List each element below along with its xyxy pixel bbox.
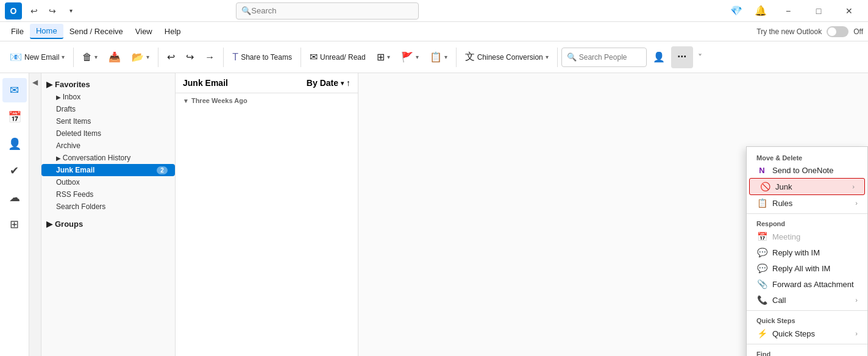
search-people-box[interactable]: 🔍 — [561, 48, 647, 67]
menu-view[interactable]: View — [129, 24, 158, 38]
move-icon: 📂 — [132, 51, 144, 63]
chinese-conversion-dropdown-icon[interactable]: ▾ — [546, 54, 549, 60]
calendar-nav-button[interactable]: 📅 — [2, 105, 27, 129]
rp-meeting-icon: 📅 — [756, 232, 767, 241]
sort-direction-icon[interactable]: ↑ — [346, 78, 350, 88]
date-group-three-weeks[interactable]: ▼ Three Weeks Ago — [176, 93, 358, 106]
toolbar-divider-6 — [557, 48, 558, 67]
undo-toolbar-button[interactable]: ↩ — [162, 45, 180, 69]
search-people-icon: 🔍 — [567, 52, 577, 62]
categorize-icon: ⊞ — [377, 51, 385, 63]
close-button[interactable]: ✕ — [835, 0, 863, 22]
minimize-button[interactable]: − — [774, 0, 802, 22]
redo-button[interactable]: ↪ — [45, 4, 60, 18]
onedrive-nav-button[interactable]: ☁ — [2, 185, 27, 210]
tasks-nav-button[interactable]: ✔ — [2, 158, 27, 183]
forward-toolbar-button[interactable]: → — [200, 45, 219, 69]
rp-meeting[interactable]: 📅 Meeting — [747, 229, 867, 244]
search-people-input[interactable] — [579, 53, 640, 62]
folder-item-conversation-history[interactable]: ▶ Conversation History — [41, 152, 175, 164]
date-group-toggle[interactable]: ▼ — [183, 98, 189, 104]
rp-find-header: Find — [747, 347, 867, 356]
move-button[interactable]: 📂 ▾ — [127, 45, 154, 69]
rp-rules[interactable]: 📋 Rules › — [747, 195, 867, 211]
rules-icon: 📋 — [430, 51, 442, 63]
share-teams-button[interactable]: T Share to Teams — [227, 45, 297, 69]
rp-reply-im[interactable]: 💬 Reply with IM — [747, 244, 867, 260]
sort-label[interactable]: By Date — [307, 78, 338, 88]
menu-help[interactable]: Help — [158, 24, 187, 38]
menu-file[interactable]: File — [5, 24, 30, 38]
rp-junk-label: Junk — [775, 182, 792, 191]
folder-item-inbox[interactable]: ▶ Inbox — [41, 91, 175, 103]
rp-forward-attachment-icon: 📎 — [756, 279, 767, 289]
sort-dropdown-icon[interactable]: ▾ — [341, 80, 344, 87]
rp-reply-all-im[interactable]: 💬 Reply All with IM — [747, 260, 867, 276]
delete-icon: 🗑 — [82, 52, 92, 63]
mail-nav-button[interactable]: ✉ — [2, 78, 27, 102]
categorize-dropdown-icon[interactable]: ▾ — [387, 54, 390, 60]
favorites-header[interactable]: ▶ Favorites — [41, 78, 175, 91]
unread-read-icon: ✉ — [310, 51, 318, 63]
rp-call-icon: 📞 — [756, 295, 767, 305]
rp-quick-steps-header: Quick Steps — [747, 313, 867, 326]
maximize-button[interactable]: □ — [805, 0, 833, 22]
groups-header[interactable]: ▶ Groups — [41, 218, 175, 230]
move-dropdown-icon[interactable]: ▾ — [146, 54, 149, 60]
categorize-button[interactable]: ⊞ ▾ — [372, 45, 395, 69]
flag-dropdown-icon[interactable]: ▾ — [416, 54, 419, 60]
new-email-dropdown-icon[interactable]: ▾ — [62, 54, 65, 60]
chinese-conversion-label: Chinese Conversion — [477, 53, 543, 62]
new-email-icon: 📧 — [10, 51, 22, 63]
toolbar: 📧 New Email ▾ 🗑 ▾ 📥 📂 ▾ ↩ ↪ → T Share to… — [0, 41, 868, 73]
quick-access-button[interactable]: ▾ — [63, 4, 78, 18]
folder-item-archive[interactable]: Archive — [41, 140, 175, 152]
rp-forward-attachment[interactable]: 📎 Forward as Attachment — [747, 276, 867, 292]
rp-quick-steps[interactable]: ⚡ Quick Steps › — [747, 326, 867, 341]
sidebar-toggle[interactable]: ◀ — [29, 73, 41, 356]
redo-toolbar-button[interactable]: ↪ — [181, 45, 199, 69]
apps-nav-button[interactable]: ⊞ — [2, 212, 27, 237]
rp-junk[interactable]: 🚫 Junk › — [749, 178, 865, 195]
folder-item-sent[interactable]: Sent Items — [41, 115, 175, 127]
rules-button[interactable]: 📋 ▾ — [425, 45, 452, 69]
rules-dropdown-icon[interactable]: ▾ — [444, 54, 447, 60]
gem-button[interactable]: 💎 — [725, 0, 747, 22]
folder-item-outbox[interactable]: Outbox — [41, 176, 175, 188]
contact-card-button[interactable]: 👤 — [648, 45, 670, 69]
rp-send-onenote[interactable]: N Send to OneNote — [747, 163, 867, 178]
folder-item-search-folders[interactable]: Search Folders — [41, 201, 175, 213]
menu-home[interactable]: Home — [30, 24, 63, 39]
delete-dropdown-icon[interactable]: ▾ — [94, 54, 98, 60]
new-email-button[interactable]: 📧 New Email ▾ — [5, 45, 69, 69]
right-dropdown-panel: Move & Delete N Send to OneNote 🚫 Junk ›… — [746, 146, 868, 356]
title-search-box[interactable]: 🔍 — [236, 2, 419, 20]
folder-item-deleted[interactable]: Deleted Items — [41, 127, 175, 140]
folder-item-drafts[interactable]: Drafts — [41, 103, 175, 115]
rp-call[interactable]: 📞 Call › — [747, 292, 867, 308]
undo-button[interactable]: ↩ — [27, 4, 41, 18]
folder-item-junk-email[interactable]: Junk Email 2 — [41, 164, 175, 176]
rp-reply-im-label: Reply with IM — [772, 248, 820, 257]
unread-read-button[interactable]: ✉ Unread/ Read — [305, 45, 371, 69]
rp-separator-3 — [747, 344, 867, 344]
title-search-input[interactable] — [251, 6, 413, 15]
flag-button[interactable]: 🚩 ▾ — [396, 45, 424, 69]
rp-quick-steps-chevron: › — [855, 330, 858, 337]
archive-button[interactable]: 📥 — [104, 45, 126, 69]
toolbar-expand-button[interactable]: ˅ — [694, 46, 706, 68]
flag-icon: 🚩 — [401, 51, 413, 63]
chinese-conversion-button[interactable]: 文 Chinese Conversion ▾ — [460, 45, 553, 69]
new-outlook-toggle[interactable] — [827, 26, 848, 37]
rp-rules-chevron: › — [855, 199, 858, 207]
bell-button[interactable]: 🔔 — [750, 0, 772, 22]
menu-send-receive[interactable]: Send / Receive — [63, 24, 129, 38]
folder-item-rss[interactable]: RSS Feeds — [41, 188, 175, 201]
delete-button[interactable]: 🗑 ▾ — [77, 45, 102, 69]
email-list-title: Junk Email — [183, 78, 228, 88]
onenote-icon: N — [756, 166, 767, 175]
contacts-nav-button[interactable]: 👤 — [2, 132, 27, 156]
toolbar-divider-3 — [223, 48, 224, 67]
toggle-knob — [828, 27, 836, 36]
more-options-button[interactable]: ··· — [671, 46, 693, 68]
